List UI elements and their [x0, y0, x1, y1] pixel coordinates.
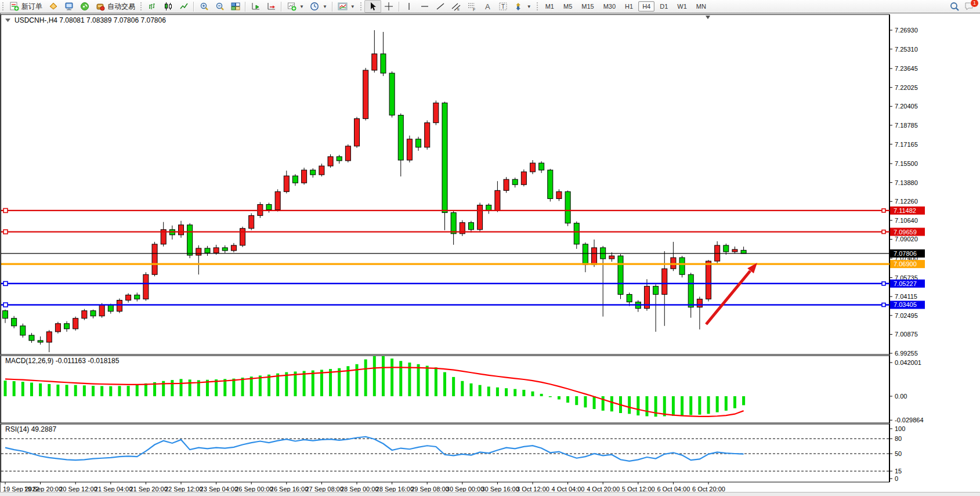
macd-label: MACD(12,26,9) -0.011163 -0.018185 [5, 357, 120, 365]
time-axis-tick: 30 Sep 00:00 [446, 486, 484, 492]
chat-icon[interactable]: 1 [963, 2, 975, 12]
price-axis-tick: 7.20405 [895, 103, 918, 110]
indicators-dropdown-arrow[interactable]: ▼ [350, 4, 355, 9]
timeframe-button-w1[interactable]: W1 [673, 1, 691, 12]
price-line-label: 7.11482 [894, 207, 916, 214]
chart-shift-button[interactable] [263, 1, 279, 12]
price-axis-tick: 7.17165 [895, 141, 918, 148]
new-order-icon [9, 2, 19, 12]
time-axis-tick: 26 Sep 00:00 [235, 486, 273, 492]
fibonacci-tool-button[interactable]: F [464, 1, 480, 12]
text-label-icon: T [498, 2, 508, 12]
time-axis-tick: 4 Oct 20:00 [587, 486, 620, 492]
toolbar-grip[interactable] [536, 2, 539, 11]
svg-text:E: E [457, 8, 460, 11]
price-axis-tick: 7.23645 [895, 65, 918, 72]
indicators-button[interactable]: ▼ [335, 1, 358, 12]
price-axis-tick: 7.18785 [895, 122, 918, 129]
crosshair-icon [384, 2, 394, 12]
bar-chart-icon [147, 2, 157, 12]
text-label-tool-button[interactable]: T [496, 1, 511, 12]
fibonacci-icon: F [467, 2, 477, 12]
equidistant-channel-icon: E [451, 2, 461, 12]
window-bottom-strip [0, 492, 980, 496]
time-axis-tick: 26 Sep 16:00 [270, 486, 308, 492]
signals-button[interactable] [77, 1, 92, 12]
horizontal-line-icon [420, 2, 430, 12]
auto-scroll-icon [251, 2, 261, 12]
zoom-in-icon [199, 2, 209, 12]
auto-trading-button[interactable]: 自动交易 [92, 1, 138, 12]
tile-windows-button[interactable] [227, 1, 243, 12]
price-axis-tick: 7.22025 [895, 84, 918, 91]
price-line-label: 7.07806 [894, 250, 917, 257]
vertical-line-tool-button[interactable] [402, 1, 417, 12]
timeframe-button-m1[interactable]: M1 [541, 1, 558, 12]
text-tool-button[interactable]: A [480, 1, 496, 12]
crosshair-tool-button[interactable] [381, 1, 397, 12]
macd-axis-tick: 0.042001 [895, 359, 921, 366]
new-order-label: 新订单 [21, 2, 42, 12]
toolbar-grip[interactable] [140, 2, 143, 11]
rsi-axis-tick: 100 [895, 425, 905, 432]
price-axis-tick: 7.26930 [895, 27, 918, 34]
period-dropdown-arrow[interactable]: ▼ [323, 4, 327, 9]
candle-chart-mode-button[interactable] [160, 1, 176, 12]
period-button[interactable]: ▼ [307, 1, 330, 12]
channel-tool-button[interactable]: E [449, 1, 464, 12]
arrows-tool-button[interactable]: ▼ [511, 1, 534, 12]
chart-window: 7.269307.253107.236457.220257.204057.187… [0, 13, 980, 493]
tile-windows-icon [230, 2, 240, 12]
panel-border [1, 424, 889, 482]
price-axis-tick: 7.12260 [895, 198, 918, 205]
timeframe-button-h1[interactable]: H1 [621, 1, 637, 12]
svg-text:F: F [473, 8, 475, 12]
price-axis-tick: 6.99255 [895, 350, 918, 357]
monitor-icon [64, 2, 74, 12]
trendline-tool-button[interactable] [433, 1, 449, 12]
new-chart-dropdown-arrow[interactable]: ▼ [299, 4, 304, 9]
candlestick-chart-icon [163, 2, 173, 12]
bar-chart-mode-button[interactable] [144, 1, 160, 12]
timeframe-button-d1[interactable]: D1 [656, 1, 672, 12]
time-axis-tick: 28 Sep 16:00 [376, 486, 414, 492]
timeframe-button-m15[interactable]: M15 [577, 1, 598, 12]
auto-scroll-button[interactable] [248, 1, 263, 12]
new-chart-button[interactable]: ▼ [284, 1, 307, 12]
auto-trading-label: 自动交易 [107, 2, 135, 12]
line-chart-icon [179, 2, 189, 12]
zoom-in-button[interactable] [196, 1, 212, 12]
price-axis-tick: 7.02495 [895, 312, 918, 319]
chart-shift-icon [266, 2, 276, 12]
time-axis-tick: 4 Oct 04:00 [552, 486, 585, 492]
time-axis-tick: 30 Sep 16:00 [481, 486, 519, 492]
terminal-button[interactable] [61, 1, 77, 12]
line-handle[interactable] [3, 208, 8, 212]
price-axis-tick: 7.09020 [895, 236, 918, 242]
toolbar-grip[interactable] [2, 2, 5, 11]
new-chart-icon [287, 2, 296, 12]
new-order-button[interactable]: 新订单 [6, 1, 45, 12]
horizontal-line-tool-button[interactable] [417, 1, 433, 12]
price-chart[interactable]: 7.269307.253107.236457.220257.204057.187… [1, 13, 980, 492]
price-axis-tick: 7.13880 [895, 179, 918, 186]
time-axis-tick: 29 Sep 08:00 [411, 486, 449, 492]
search-icon[interactable] [949, 2, 959, 12]
timeframe-button-m5[interactable]: M5 [559, 1, 576, 12]
toolbar-grip[interactable] [360, 2, 363, 11]
timeframe-button-mn[interactable]: MN [692, 1, 710, 12]
zoom-out-button[interactable] [212, 1, 227, 12]
line-handle[interactable] [3, 303, 8, 307]
price-line-label: 7.09659 [894, 229, 917, 236]
chart-ohlc-title: USDCNH-,H4 7.08081 7.08389 7.07806 7.078… [15, 16, 166, 24]
gold-button[interactable] [45, 1, 61, 12]
svg-text:T: T [501, 3, 505, 10]
timeframe-button-h4[interactable]: H4 [638, 1, 654, 12]
line-handle[interactable] [3, 281, 8, 285]
cursor-tool-button[interactable] [364, 0, 381, 13]
line-chart-mode-button[interactable] [176, 1, 191, 12]
rsi-label: RSI(14) 49.2887 [5, 425, 56, 433]
line-handle[interactable] [3, 230, 8, 234]
timeframe-button-m30[interactable]: M30 [599, 1, 620, 12]
arrows-dropdown-arrow[interactable]: ▼ [527, 4, 531, 9]
